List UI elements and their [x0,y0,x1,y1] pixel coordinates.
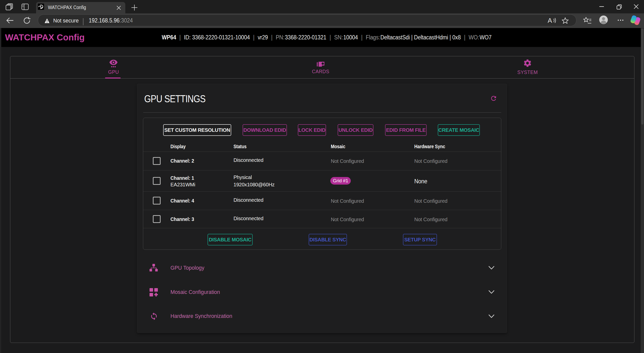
svg-text:A: A [548,17,552,24]
